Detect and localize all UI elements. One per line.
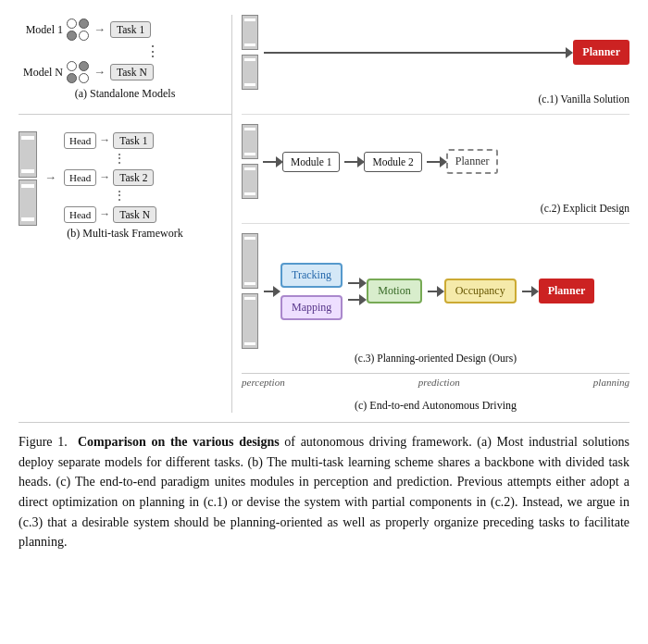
task-2-b: Task 2 [113, 169, 154, 186]
node [79, 73, 89, 83]
c1-section: Planner (c.1) Vanilla Solution [242, 15, 629, 105]
c3-arrow-occ [428, 291, 439, 292]
c-overall-caption: (c) End-to-end Autonomous Driving [242, 399, 629, 413]
c1-planner: Planner [573, 40, 629, 65]
film-c2-1 [242, 124, 258, 159]
model-1-label: Model 1 [19, 23, 63, 37]
left-panel: Model 1 → Task 1 [19, 15, 231, 413]
head-task-n: Head → Task N [64, 206, 156, 223]
film-c1-1 [242, 15, 258, 50]
panel-a-caption: (a) Standalone Models [19, 87, 231, 101]
caption-bold: Comparison on the various designs [78, 435, 280, 449]
head-task-1: Head → Task 1 [64, 132, 156, 149]
film-c1-2 [242, 55, 258, 90]
head-box-n: Head [64, 206, 96, 223]
film-c3-2 [242, 293, 258, 349]
dots-standalone: ⋮ [74, 43, 231, 61]
c2-arrow3 [427, 161, 442, 163]
caption-rest: of autonomous driving framework. (a) Mos… [19, 435, 629, 549]
c3-caption: (c.3) Planning-oriented Design (Ours) [242, 353, 629, 364]
c2-module1: Module 1 [282, 152, 340, 172]
model-n-label: Model N [19, 66, 63, 80]
c3-arrow-mid2 [348, 299, 361, 301]
c2-arrow1 [263, 161, 278, 163]
task-1-box: Task 1 [110, 21, 151, 38]
panel-b-caption: (b) Multi-task Framework [19, 227, 231, 241]
task-n-box-a: Task N [110, 64, 154, 80]
task-1-b: Task 1 [113, 132, 154, 149]
panel-b: → Head → Task 1 ⋮ Head → Task 2 ⋮ [19, 131, 231, 241]
head-box-2: Head [64, 169, 96, 186]
node [79, 19, 89, 29]
model-1-row: Model 1 → Task 1 [19, 19, 231, 41]
c1-film [242, 15, 258, 90]
c3-mid-arrows [348, 282, 361, 301]
c2-caption: (c.2) Explicit Design [242, 203, 629, 214]
c2-section: Module 1 Module 2 Planner (c.2) Explicit… [242, 124, 629, 214]
node [67, 73, 77, 83]
c2-film [242, 124, 258, 199]
node [67, 19, 77, 29]
c3-planner: Planner [539, 279, 595, 303]
node [79, 31, 89, 41]
film-rect-1 [19, 131, 37, 178]
tracking-box: Tracking [280, 263, 343, 288]
c3-arrow-plan [522, 291, 533, 292]
head-box-1: Head [64, 132, 96, 149]
c1-caption: (c.1) Vanilla Solution [242, 93, 629, 105]
c3-arrow-left [264, 291, 275, 292]
c3-section: Tracking Mapping Motion [242, 233, 629, 364]
figure-caption: Figure 1. Comparison on the various desi… [19, 432, 629, 552]
right-panel: Planner (c.1) Vanilla Solution Module 1 [231, 15, 629, 413]
model-1-nodes: → Task 1 [67, 19, 151, 41]
film-rect-2 [19, 180, 37, 226]
planning-label: planning [593, 377, 629, 388]
c2-module2: Module 2 [364, 152, 421, 172]
c2-arrow2 [344, 161, 359, 163]
occupancy-box: Occupancy [444, 279, 517, 303]
node [67, 31, 77, 41]
motion-box: Motion [367, 279, 421, 303]
film-c2-2 [242, 164, 258, 199]
backbone-film [19, 131, 37, 223]
prediction-label: prediction [418, 377, 460, 388]
model-n-nodes: → Task N [67, 61, 154, 83]
task-n-b: Task N [113, 206, 156, 223]
panel-a: Model 1 → Task 1 [19, 15, 231, 105]
node [67, 61, 77, 71]
c3-arrow-mid1 [348, 282, 361, 284]
bottom-labels: perception prediction planning [242, 373, 629, 388]
c1-arrow [264, 52, 567, 54]
c2-planner: Planner [446, 149, 499, 174]
tasks-col-b: Head → Task 1 ⋮ Head → Task 2 ⋮ Head → T [64, 132, 156, 223]
mapping-box: Mapping [280, 295, 343, 320]
perception-label: perception [242, 377, 285, 388]
main-figure: Model 1 → Task 1 [19, 15, 629, 423]
model-n-row: Model N → Task N [19, 61, 231, 83]
c3-left-boxes: Tracking Mapping [280, 263, 343, 320]
c3-film [242, 233, 258, 349]
node [79, 61, 89, 71]
head-task-2: Head → Task 2 [64, 169, 156, 186]
figure-number: Figure 1. [19, 435, 68, 449]
film-c3-1 [242, 233, 258, 289]
